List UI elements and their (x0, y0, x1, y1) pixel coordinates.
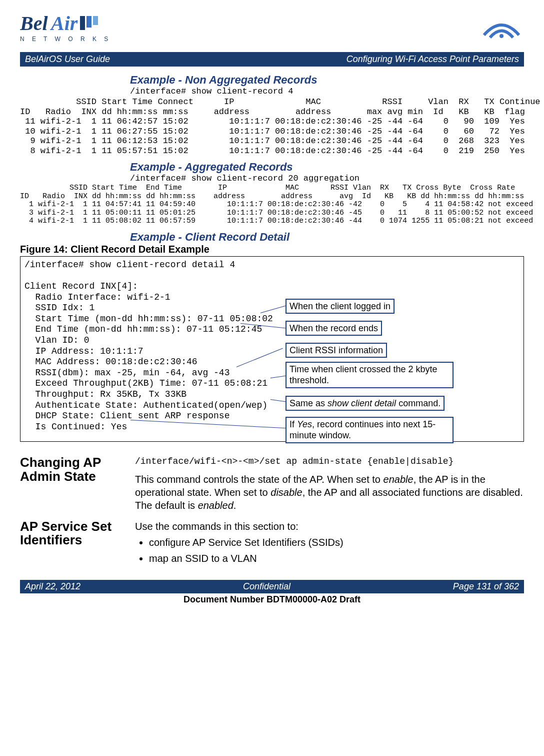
callout-same-as: Same as show client detail command. (286, 396, 444, 411)
section-title-admin: Changing AP Admin State (20, 456, 135, 511)
footer-page: Page 131 of 362 (453, 581, 519, 592)
footer: April 22, 2012 Confidential Page 131 of … (20, 580, 524, 605)
svg-point-6 (500, 34, 504, 38)
svg-rect-3 (86, 16, 92, 28)
table-non-agg: SSID Start Time Connect IP MAC RSSI Vlan… (20, 97, 524, 156)
cmd-agg: /interface# show client-record 20 aggreg… (130, 174, 524, 183)
callout-continued: If Yes, record continues into next 15-mi… (286, 417, 454, 443)
header: Bel Air N E T W O R K S (20, 10, 524, 47)
body-admin: This command controls the state of the A… (135, 473, 524, 512)
svg-text:Air: Air (50, 12, 78, 35)
callout-threshold: Time when client crossed the 2 kbyte thr… (286, 362, 454, 388)
section-title-ssid: AP Service Set Identifiers (20, 520, 135, 568)
cmd-admin: /interface/wifi-<n>-<m>/set ap admin-sta… (135, 456, 524, 467)
footer-conf: Confidential (243, 581, 290, 592)
title-bar: BelAirOS User Guide Configuring Wi-Fi Ac… (20, 52, 524, 67)
footer-date: April 22, 2012 (25, 581, 80, 592)
figure-title: Figure 14: Client Record Detail Example (20, 244, 524, 255)
cmd-non-agg: /interface# show client-record 4 (130, 87, 524, 96)
footer-docnum: Document Number BDTM00000-A02 Draft (20, 594, 524, 605)
svg-rect-2 (80, 16, 85, 30)
ssid-bullets: configure AP Service Set Identifiers (SS… (135, 536, 524, 565)
guide-title: BelAirOS User Guide (25, 54, 110, 65)
detail-text: /interface# show client-record detail 4 … (24, 260, 520, 433)
svg-rect-4 (93, 16, 98, 25)
belair-logo: Bel Air N E T W O R K S (20, 10, 110, 47)
callout-record-ends: When the record ends (286, 321, 382, 336)
page-topic: Configuring Wi-Fi Access Point Parameter… (346, 54, 519, 65)
heading-detail: Example - Client Record Detail (130, 231, 524, 244)
table-agg: SSID Start Time End Time IP MAC RSSI Vla… (20, 184, 524, 226)
corner-icon (479, 10, 524, 43)
list-item: map an SSID to a VLAN (149, 552, 524, 565)
section-admin-state: Changing AP Admin State /interface/wifi-… (20, 456, 524, 511)
svg-text:N E T W O R K S: N E T W O R K S (20, 36, 110, 43)
ssid-intro: Use the commands in this section to: (135, 520, 524, 533)
detail-box: /interface# show client-record detail 4 … (20, 256, 524, 442)
list-item: configure AP Service Set Identifiers (SS… (149, 536, 524, 549)
heading-non-agg: Example - Non Aggregated Records (130, 74, 524, 87)
section-ssid: AP Service Set Identifiers Use the comma… (20, 520, 524, 568)
callout-logged-in: When the client logged in (286, 299, 394, 314)
callout-rssi: Client RSSI information (286, 343, 387, 358)
heading-agg: Example - Aggregated Records (130, 161, 524, 174)
svg-text:Bel: Bel (20, 12, 48, 35)
